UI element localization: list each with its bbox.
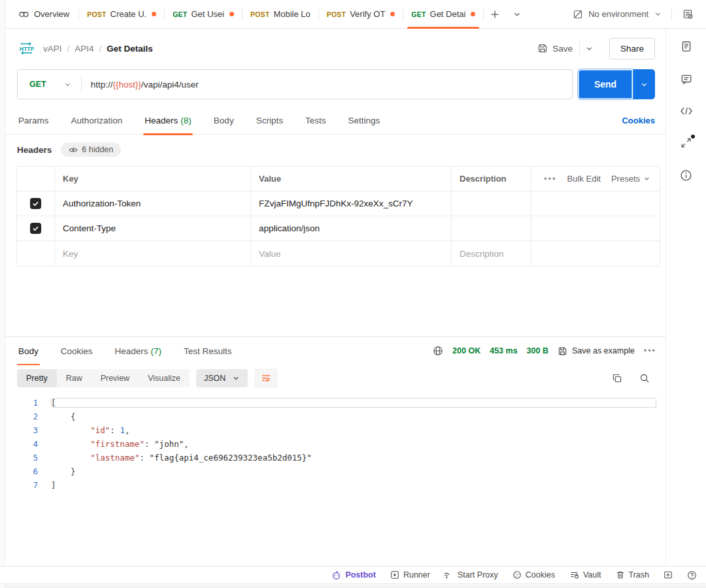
tab-verify-otp[interactable]: POST Verify OT (319, 0, 403, 28)
help-icon[interactable] (687, 570, 697, 580)
code-snippet-icon[interactable] (680, 106, 693, 116)
environment-selector[interactable]: No environment (569, 9, 666, 20)
wrap-lines-icon (261, 373, 271, 384)
method-label: POST (327, 10, 346, 18)
table-row-empty: Key Value Description (17, 241, 660, 266)
table-row: Authorization-Token FZvjaFIMgUfnpFJDhKx-… (17, 191, 660, 216)
tab-options-chevron[interactable] (506, 0, 528, 28)
tab-overview[interactable]: Overview (5, 0, 78, 28)
url-row: GET http://{{host}}/vapi/api4/user Send (5, 68, 665, 107)
code-line-content: ] (51, 480, 656, 490)
tab-response-cookies[interactable]: Cookies (59, 337, 94, 365)
response-body-editor[interactable]: 1[2 {3 "id": 1,4 "firstname": "john",5 "… (5, 393, 665, 492)
row-checkbox-checked[interactable] (30, 223, 41, 234)
overview-icon (18, 8, 29, 20)
documentation-icon[interactable] (681, 41, 692, 52)
tab-get-details-active[interactable]: GET Get Detai (403, 0, 483, 28)
value-placeholder[interactable]: Value (251, 241, 452, 266)
trash-button[interactable]: Trash (616, 570, 650, 580)
code-line: 1[ (16, 396, 665, 410)
environment-quick-look-icon[interactable] (677, 8, 699, 20)
url-input[interactable]: http://{{host}}/vapi/api4/user (82, 80, 208, 90)
code-line: 6 } (16, 465, 665, 478)
related-requests-icon[interactable] (681, 137, 692, 148)
comments-icon[interactable] (681, 73, 692, 85)
chevron-down-icon (63, 80, 72, 89)
search-icon[interactable] (639, 373, 650, 384)
key-placeholder[interactable]: Key (55, 241, 251, 266)
header-key[interactable]: Authorization-Token (55, 191, 251, 216)
tab-tests[interactable]: Tests (304, 107, 328, 135)
postbot-button[interactable]: Postbot (331, 570, 376, 580)
breadcrumb-folder[interactable]: API4 (75, 44, 93, 54)
tab-get-user[interactable]: GET Get Usei (165, 0, 242, 28)
info-icon[interactable] (680, 169, 692, 182)
tab-params[interactable]: Params (17, 107, 50, 135)
view-raw[interactable]: Raw (57, 369, 92, 387)
hidden-headers-toggle[interactable]: 6 hidden (61, 142, 121, 157)
format-dropdown[interactable]: JSON (196, 369, 248, 387)
tab-mobile-login[interactable]: POST Mobile Lo (243, 0, 318, 28)
tab-scripts[interactable]: Scripts (255, 107, 284, 135)
url-variable: {{host}} (112, 80, 141, 90)
header-key[interactable]: Content-Type (55, 216, 251, 240)
line-number: 7 (16, 480, 38, 490)
environment-area: No environment (569, 0, 706, 28)
start-proxy-button[interactable]: Start Proxy (445, 570, 498, 580)
tab-body[interactable]: Body (212, 107, 235, 135)
wrap-lines-button[interactable] (254, 368, 278, 388)
response-options-icon[interactable]: ••• (644, 346, 656, 355)
send-button[interactable]: Send (578, 69, 633, 99)
cookies-button[interactable]: Cookies (513, 570, 555, 580)
tab-headers[interactable]: Headers(8) (143, 107, 193, 135)
unsaved-dot (229, 12, 234, 16)
presets-dropdown[interactable]: Presets (611, 174, 650, 184)
description-placeholder[interactable]: Description (452, 241, 531, 266)
new-tab-button[interactable] (484, 0, 506, 28)
response-time[interactable]: 453 ms (490, 346, 517, 355)
headers-table: Key Value Description ••• Bulk Edit Pres… (16, 166, 660, 267)
unsaved-dot (152, 12, 156, 16)
tab-settings[interactable]: Settings (346, 107, 381, 135)
panel-layout-icon[interactable] (664, 570, 673, 580)
copy-icon[interactable] (612, 373, 622, 384)
tab-authorization[interactable]: Authorization (70, 107, 124, 135)
bulk-edit-button[interactable]: Bulk Edit (567, 174, 601, 184)
share-button[interactable]: Share (609, 38, 655, 59)
row-checkbox-checked[interactable] (30, 198, 41, 209)
status-bar: Postbot Runner Start Proxy Cookies Vault… (0, 566, 706, 584)
method-label: POST (87, 10, 106, 18)
view-preview[interactable]: Preview (92, 369, 139, 387)
column-value: Value (251, 167, 452, 191)
vault-button[interactable]: Vault (569, 570, 601, 580)
save-options-chevron[interactable] (579, 40, 599, 57)
response-size[interactable]: 300 B (527, 346, 548, 355)
network-globe-icon[interactable] (433, 346, 443, 356)
url-input-box: GET http://{{host}}/vapi/api4/user (17, 69, 573, 99)
send-options-chevron[interactable] (633, 69, 655, 99)
more-options-icon[interactable]: ••• (544, 174, 557, 184)
tab-label: Create U. (110, 9, 147, 19)
breadcrumb-collection[interactable]: vAPI (43, 44, 62, 54)
header-value[interactable]: application/json (251, 216, 452, 240)
cookies-link[interactable]: Cookies (622, 116, 655, 125)
left-edge-strip (0, 0, 5, 588)
header-value[interactable]: FZvjaFIMgUfnpFJDhKx-92xeXx_sCr7Y (251, 191, 452, 216)
runner-button[interactable]: Runner (390, 570, 430, 580)
tab-test-results[interactable]: Test Results (182, 337, 233, 365)
header-description[interactable] (452, 216, 531, 240)
table-header-row: Key Value Description ••• Bulk Edit Pres… (17, 167, 660, 191)
header-description[interactable] (452, 191, 531, 216)
tab-label: Mobile Lo (273, 9, 310, 19)
bottom-edge-strip (0, 585, 706, 588)
tab-create-user[interactable]: POST Create U. (79, 0, 164, 28)
save-button[interactable]: Save (531, 39, 579, 58)
tab-response-body[interactable]: Body (17, 337, 40, 365)
view-pretty[interactable]: Pretty (17, 369, 57, 387)
save-as-example-button[interactable]: Save as example (558, 346, 635, 356)
method-selector[interactable]: GET (18, 80, 81, 89)
status-code[interactable]: 200 OK (452, 346, 480, 355)
tab-response-headers[interactable]: Headers(7) (114, 337, 163, 365)
postbot-icon (331, 570, 341, 580)
view-visualize[interactable]: Visualize (139, 369, 190, 387)
